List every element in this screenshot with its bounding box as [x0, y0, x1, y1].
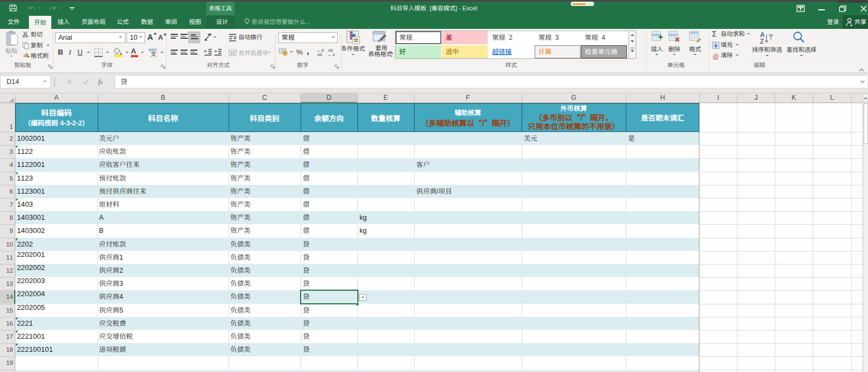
- svg-text:Z: Z: [760, 38, 764, 45]
